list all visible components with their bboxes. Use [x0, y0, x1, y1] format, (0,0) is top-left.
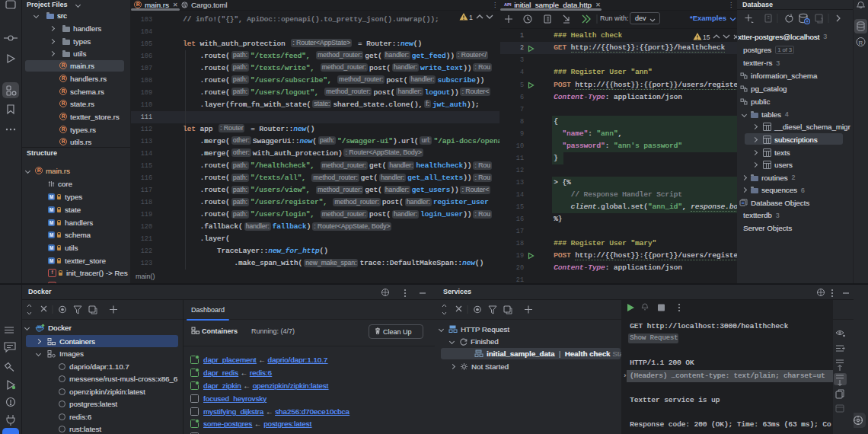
- svg-text:15: 15: [703, 34, 710, 41]
- svg-text:1: 1: [469, 14, 473, 21]
- svg-text:R: R: [859, 40, 863, 46]
